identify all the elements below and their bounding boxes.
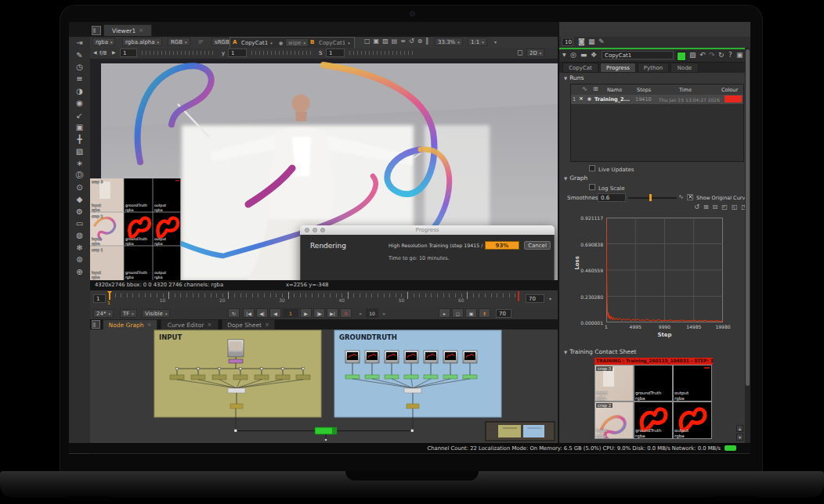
next-keyframe-button[interactable]: |▶ <box>313 308 325 318</box>
viewer-tool-icon-1[interactable]: ▣ <box>374 38 380 45</box>
viewer-tool-icon-5[interactable]: ↺ <box>409 38 414 45</box>
zoom-in-icon[interactable]: ⊞ <box>703 204 709 211</box>
chevron-down-icon[interactable]: ▾ <box>549 296 551 301</box>
viewer-tool-icon-6[interactable]: ⊛ <box>417 38 423 45</box>
frame-range-dropdown[interactable]: TF▾ <box>120 309 137 318</box>
viewer-tool-icon-3[interactable]: ▤ <box>392 38 398 45</box>
scroll-up-button[interactable]: ▴ <box>736 425 743 432</box>
tab-node-graph[interactable]: Node Graph× <box>103 319 157 329</box>
input-out-node[interactable] <box>230 404 243 409</box>
frame-x-icon[interactable]: ◰ <box>721 204 728 211</box>
alpha-dropdown[interactable]: rgba.alpha▾ <box>122 38 162 46</box>
wipe-dropdown[interactable]: wipe▾ <box>285 38 309 47</box>
metadata-icon[interactable]: ◆ <box>69 193 90 205</box>
collapse-icon[interactable]: ▼ <box>562 52 566 57</box>
merge-icon[interactable]: ▣ <box>69 121 90 133</box>
saturation-slider[interactable] <box>349 51 416 55</box>
color-icon[interactable]: ◑ <box>69 85 90 97</box>
tab-python[interactable]: Python <box>638 63 669 73</box>
tab-copycat[interactable]: CopyCat <box>562 63 598 73</box>
input-b-dropdown[interactable]: CopyCat1▾ <box>316 38 352 47</box>
exposure-next-button[interactable]: ▶ <box>112 50 116 55</box>
timeline-ruler[interactable]: 102030405060 1 <box>109 290 521 308</box>
undo-icon[interactable]: ↶ <box>699 52 706 59</box>
table-row[interactable]: 1 × ● Training_2... 19410 Thu Jan 15 13:… <box>571 95 743 104</box>
viewer-tool-icon-7[interactable]: ‖ <box>425 38 428 45</box>
deep-write-icon[interactable]: ⊜ <box>69 254 90 265</box>
fps-dropdown[interactable]: 24*▾ <box>93 309 114 318</box>
lock-range-icon[interactable]: ▣ <box>465 308 477 318</box>
max-panels-field[interactable]: 10 <box>562 38 573 46</box>
show-original-checkbox[interactable] <box>687 194 693 202</box>
views-icon[interactable]: ⊙ <box>69 182 90 193</box>
float-icon[interactable]: ▣ <box>736 52 743 59</box>
tab-viewer1[interactable]: Viewer1 × <box>103 24 152 36</box>
center-icon[interactable]: ◎ <box>570 52 576 59</box>
node-color-swatch[interactable] <box>677 52 686 61</box>
input-read-node[interactable] <box>228 340 244 357</box>
stop-button[interactable]: 0 <box>340 308 352 318</box>
channels-dropdown[interactable]: rgba▾ <box>92 38 115 46</box>
gamma-value[interactable]: 1 <box>228 49 247 57</box>
wipe-dot-icon[interactable]: ● <box>279 40 283 45</box>
window-zoom-button[interactable] <box>320 228 325 232</box>
ip-toggle[interactable]: IP <box>198 39 203 45</box>
window-minimize-button[interactable] <box>313 228 317 232</box>
groundtruth-append-node[interactable] <box>404 388 421 393</box>
node-name-field[interactable]: CopyCat1 <box>602 51 674 59</box>
ocio-icon[interactable]: ◍ <box>69 229 90 241</box>
redo-icon[interactable]: ↷ <box>709 52 715 59</box>
runs-section-header[interactable]: ▼Runs <box>564 74 584 81</box>
frame-increment-field[interactable]: 10 <box>366 308 378 318</box>
channels-icon[interactable]: ▨ <box>689 52 696 59</box>
node-graph-canvas[interactable]: INPUT GROUNDTRUTH <box>90 329 558 443</box>
smoothness-slider[interactable] <box>628 197 677 199</box>
sparkles-icon[interactable]: ❄ <box>69 242 90 254</box>
deep-icon[interactable]: Ⓓ <box>69 169 90 181</box>
zoom-dropdown[interactable]: 33.3%▾ <box>435 38 463 46</box>
flipbook-icon[interactable]: ▸ <box>439 308 450 318</box>
edit-icon[interactable]: ✎ <box>598 38 605 45</box>
smoothness-field[interactable]: 0.6 <box>598 193 626 202</box>
goto-start-button[interactable]: |◀ <box>243 308 255 318</box>
cancel-button[interactable]: Cancel <box>524 241 551 250</box>
views-dropdown[interactable]: Visible▾ <box>142 309 170 318</box>
runs-table[interactable]: ∿ ⊞ Name Steps Time Colour 1 × ● Trainin… <box>570 84 744 162</box>
timeline-out-field[interactable]: 70 <box>526 294 544 303</box>
tab-node[interactable]: Node <box>670 63 699 73</box>
chevron-down-icon[interactable]: ▾ <box>494 39 497 45</box>
channel-icon[interactable]: ≡ <box>69 73 90 85</box>
decrement-button[interactable]: « <box>356 308 364 318</box>
tab-dope-sheet[interactable]: Dope Sheet× <box>222 319 275 329</box>
groundtruth-out-node[interactable] <box>407 404 419 409</box>
goto-end-button[interactable]: ▶| <box>327 308 338 318</box>
viewer-canvas[interactable]: crop 3 inputrgba groundTruthrgba outputr… <box>90 59 558 280</box>
viewer-tool-icon-0[interactable]: □ <box>364 38 370 45</box>
window-close-button[interactable] <box>305 228 309 232</box>
zoom-out-icon[interactable]: ⊟ <box>713 204 718 211</box>
step-forward-button[interactable]: ▶ <box>300 308 312 318</box>
playback-mode-button[interactable]: ↻ <box>228 308 240 318</box>
3d-icon[interactable]: ▧ <box>69 146 90 157</box>
lock-icon[interactable]: ◙ <box>578 38 585 45</box>
timeline-in-field[interactable]: 1 <box>93 294 106 303</box>
last-frame-field[interactable]: 70 <box>496 309 511 318</box>
globe-icon[interactable]: ⊕ <box>69 265 90 277</box>
curve-column-icon[interactable]: ∿ <box>582 86 587 92</box>
gamma-slider[interactable] <box>251 51 314 55</box>
transform-icon[interactable]: ╋ <box>69 133 90 145</box>
filter-icon[interactable]: ◉ <box>69 97 90 109</box>
increment-button[interactable]: » <box>380 308 388 318</box>
log-scale-checkbox[interactable]: Log Scale <box>589 184 625 192</box>
proxy-dropdown[interactable]: 1:1▾ <box>468 38 487 46</box>
view-mode-dropdown[interactable]: 2D▾ <box>526 49 544 57</box>
scrollbar-track[interactable] <box>745 48 750 443</box>
draw-icon[interactable]: ✎ <box>69 49 90 60</box>
exposure-prev-button[interactable]: ◀ <box>93 50 97 55</box>
frame-y-icon[interactable]: ◱ <box>732 204 738 211</box>
minimize-icon[interactable]: ▬ <box>580 52 587 59</box>
node-graph-navigator[interactable] <box>486 422 555 441</box>
toolsets-icon[interactable]: ⚙ <box>69 205 90 217</box>
scroll-down-button[interactable]: ▾ <box>736 434 743 441</box>
scrollbar-thumb[interactable] <box>746 49 750 386</box>
